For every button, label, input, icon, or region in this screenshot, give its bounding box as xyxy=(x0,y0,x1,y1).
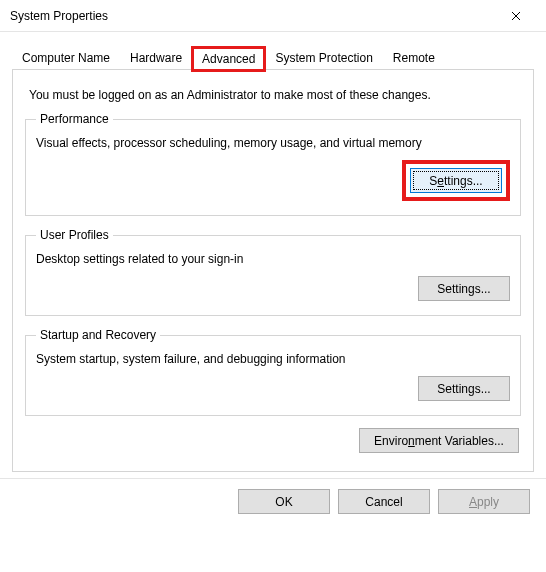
startup-recovery-desc: System startup, system failure, and debu… xyxy=(36,352,510,366)
performance-settings-button[interactable]: Settings... xyxy=(410,168,502,193)
cancel-button[interactable]: Cancel xyxy=(338,489,430,514)
titlebar: System Properties xyxy=(0,0,546,32)
window-title: System Properties xyxy=(10,9,496,23)
close-icon xyxy=(511,11,521,21)
environment-variables-button[interactable]: Environment Variables... xyxy=(359,428,519,453)
tab-strip: Computer Name Hardware Advanced System P… xyxy=(12,46,534,70)
startup-recovery-settings-button[interactable]: Settings... xyxy=(418,376,510,401)
tab-remote[interactable]: Remote xyxy=(383,46,445,69)
performance-legend: Performance xyxy=(36,112,113,126)
performance-group: Performance Visual effects, processor sc… xyxy=(25,112,521,216)
admin-notice: You must be logged on as an Administrato… xyxy=(29,88,517,102)
startup-recovery-legend: Startup and Recovery xyxy=(36,328,160,342)
dialog-footer: OK Cancel Apply xyxy=(0,478,546,524)
close-button[interactable] xyxy=(496,2,536,30)
performance-settings-highlight: Settings... xyxy=(402,160,510,201)
tab-advanced[interactable]: Advanced xyxy=(192,47,265,71)
user-profiles-group: User Profiles Desktop settings related t… xyxy=(25,228,521,316)
startup-recovery-group: Startup and Recovery System startup, sys… xyxy=(25,328,521,416)
apply-button[interactable]: Apply xyxy=(438,489,530,514)
tab-hardware[interactable]: Hardware xyxy=(120,46,192,69)
user-profiles-desc: Desktop settings related to your sign-in xyxy=(36,252,510,266)
advanced-panel: You must be logged on as an Administrato… xyxy=(12,70,534,472)
ok-button[interactable]: OK xyxy=(238,489,330,514)
user-profiles-legend: User Profiles xyxy=(36,228,113,242)
performance-desc: Visual effects, processor scheduling, me… xyxy=(36,136,510,150)
tab-computer-name[interactable]: Computer Name xyxy=(12,46,120,69)
user-profiles-settings-button[interactable]: Settings... xyxy=(418,276,510,301)
tab-system-protection[interactable]: System Protection xyxy=(265,46,382,69)
